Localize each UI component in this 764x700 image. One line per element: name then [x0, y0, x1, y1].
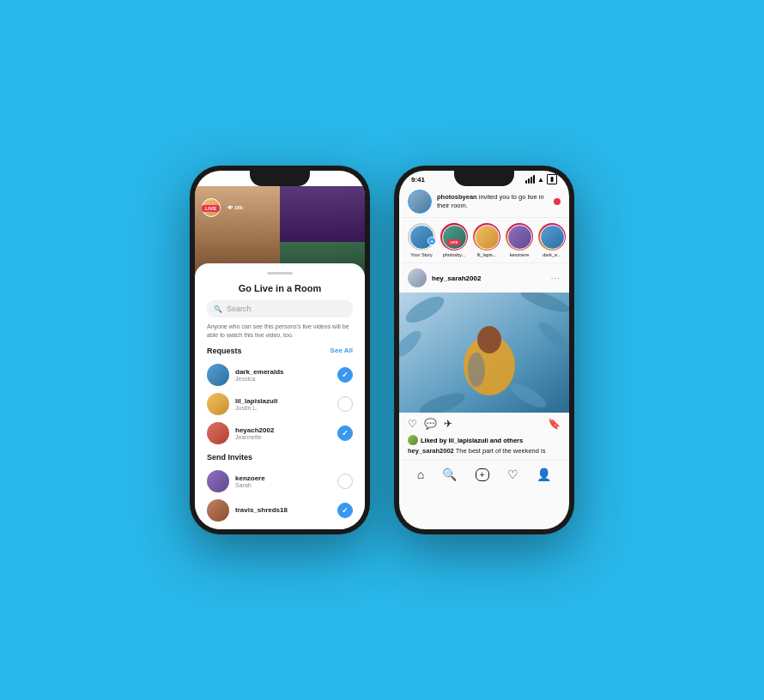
phone-1: 9:41 ▲ ▮ [190, 166, 370, 534]
search-bar[interactable]: 🔍 Search [207, 300, 353, 317]
post-image [399, 293, 569, 413]
story-dark-e[interactable]: dark_e... [538, 223, 566, 257]
user-info-lil-lapislazuli: lil_lapislazuli Justin L. [235, 397, 331, 411]
story-photosbyean[interactable]: LIVE photosby... [440, 223, 468, 257]
send-invites-label: Send Invites [207, 453, 252, 462]
user-row-travis: travis_shreds18 [207, 496, 353, 525]
phone-1-inner: 9:41 ▲ ▮ [195, 171, 365, 529]
send-invites-header: Send Invites [207, 453, 353, 462]
photosbyean-ring [440, 223, 468, 250]
username-lil-lapislazuli: lil_lapislazuli [235, 397, 331, 405]
phones-container: 9:41 ▲ ▮ [190, 166, 574, 534]
bar2-2 [528, 178, 530, 184]
time-1: 9:41 [207, 176, 221, 184]
lil-lapis-avatar [475, 225, 500, 250]
user-info-kenzoere: kenzoere Sarah [235, 474, 331, 488]
bar1 [321, 180, 323, 184]
wifi-icon-2: ▲ [537, 176, 544, 184]
user-sub-dark-emeralds: Jessica [235, 376, 331, 382]
notification-avatar [408, 190, 432, 214]
check-travis[interactable] [337, 503, 353, 518]
lil-lapis-story-label: lil_lapis... [477, 252, 497, 257]
status-icons-2: ▲ ▮ [525, 174, 557, 184]
notification-live-dot [554, 198, 561, 205]
user-row-kenzoere: kenzoere Sarah [207, 467, 353, 496]
phone-2: 9:41 ▲ ▮ photosbyean invite [394, 166, 574, 534]
comment-button[interactable]: 💬 [424, 418, 437, 430]
post-avatar [408, 269, 427, 287]
sheet-title: Go Live in a Room [207, 283, 353, 293]
live-badge: LIVE [202, 205, 220, 212]
your-story-label: Your Story [410, 252, 432, 257]
bar4-2 [533, 175, 535, 184]
bar3-2 [531, 177, 532, 184]
avatar-dark-emeralds [207, 364, 229, 386]
like-button[interactable]: ♡ [408, 418, 417, 430]
photosbyean-avatar [442, 225, 467, 250]
user-sub-heyach2002: Jeannette [235, 434, 331, 440]
post-caption: hey_sarah2002 The best part of the weeke… [399, 447, 569, 455]
live-right-top [280, 186, 365, 242]
user-row-lil-lapislazuli: lil_lapislazuli Justin L. [207, 389, 353, 419]
svg-point-8 [477, 326, 501, 353]
dark-e-story-label: dark_e... [543, 252, 561, 257]
heart-nav-button[interactable]: ♡ [507, 468, 518, 481]
kenzoere-story-label: kenzoere [510, 252, 530, 257]
avatar-kenzoere [207, 470, 229, 492]
story-your-story[interactable]: + Your Story [408, 223, 435, 257]
battery-icon: ▮ [343, 174, 353, 184]
post-image-svg [399, 293, 569, 413]
home-nav-button[interactable]: ⌂ [417, 468, 424, 481]
see-all-button[interactable]: See All [330, 347, 353, 354]
check-dark-emeralds[interactable] [337, 367, 353, 383]
share-button[interactable]: ✈ [444, 418, 452, 430]
user-row-heyach2002: heyach2002 Jeannette [207, 419, 353, 448]
bar4 [329, 175, 330, 184]
requests-label: Requests [207, 347, 242, 355]
post-header: hey_sarah2002 ··· [399, 263, 569, 293]
story-lil-lapis[interactable]: lil_lapis... [473, 223, 500, 257]
search-icon: 🔍 [214, 305, 222, 313]
profile-nav-button[interactable]: 👤 [537, 468, 551, 481]
lil-lapis-ring [473, 223, 500, 250]
helper-text: Anyone who can see this persons's live v… [207, 323, 353, 340]
username-dark-emeralds: dark_emeralds [235, 368, 331, 376]
wifi-icon: ▲ [333, 176, 340, 184]
sheet-handle [267, 272, 293, 275]
bar2 [324, 178, 325, 184]
avatar-travis [207, 499, 229, 522]
bar1-2 [525, 180, 527, 184]
caption-text: The best part of the weekend is [456, 447, 546, 455]
time-2: 9:41 [411, 176, 425, 184]
stories-row: + Your Story LIVE photosby... lil_ [399, 218, 569, 263]
kenzoere-story-avatar [507, 225, 532, 250]
check-kenzoere[interactable] [337, 474, 353, 489]
story-kenzoere[interactable]: kenzoere [506, 223, 533, 257]
notch-1 [250, 171, 310, 186]
dark-e-avatar [540, 225, 565, 250]
notch-2 [454, 171, 514, 186]
avatar-lil-lapislazuli [207, 393, 229, 415]
bar3 [326, 177, 328, 184]
bookmark-button[interactable]: 🔖 [548, 418, 561, 430]
search-nav-button[interactable]: 🔍 [442, 468, 457, 481]
user-sub-lil-lapislazuli: Justin L. [235, 405, 331, 411]
svg-point-9 [468, 353, 485, 387]
notification-text: photosbyean invited you to go live in th… [437, 193, 549, 210]
caption-username: hey_sarah2002 [408, 447, 454, 455]
battery-icon-2: ▮ [547, 174, 557, 184]
eye-icon: 👁 [227, 205, 233, 210]
check-lil-lapislazuli[interactable] [337, 396, 353, 412]
post-username[interactable]: hey_sarah2002 [432, 275, 546, 282]
more-options-button[interactable]: ··· [551, 274, 561, 283]
add-nav-button[interactable]: + [476, 468, 489, 481]
check-heyach2002[interactable] [337, 425, 353, 441]
bottom-nav: ⌂ 🔍 + ♡ 👤 [399, 460, 569, 485]
notif-username: photosbyean [437, 193, 477, 201]
username-travis: travis_shreds18 [235, 506, 331, 514]
user-sub-kenzoere: Sarah [235, 482, 331, 488]
likes-avatar [408, 435, 418, 445]
user-info-dark-emeralds: dark_emeralds Jessica [235, 368, 331, 382]
photosbyean-story-label: photosby... [443, 252, 466, 257]
signal-icon [321, 175, 330, 184]
